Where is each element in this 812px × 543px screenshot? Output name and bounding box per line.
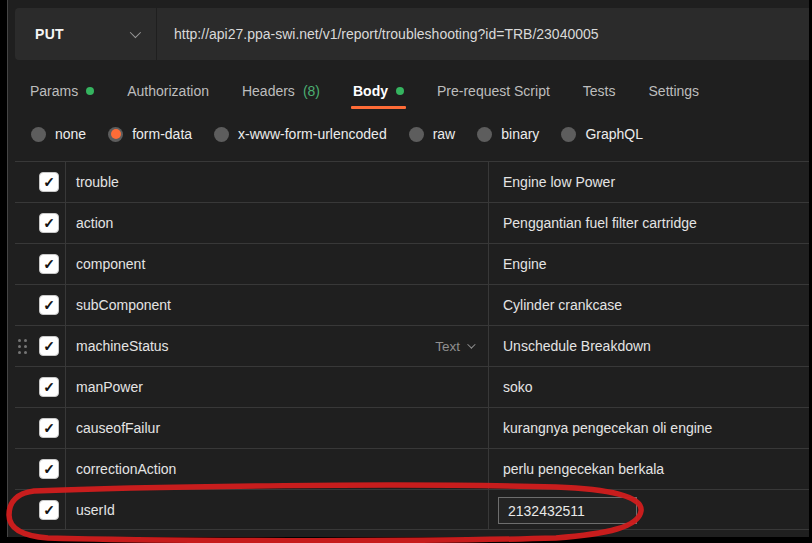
tab-label: Settings xyxy=(649,83,700,99)
table-row-machinestatus: ✓ machineStatus Text Unschedule Breakdow… xyxy=(15,325,809,366)
value-cell[interactable]: Engine xyxy=(503,244,547,284)
chevron-down-icon xyxy=(130,27,141,38)
key-cell[interactable]: component xyxy=(76,244,145,284)
tab-label: Tests xyxy=(583,83,616,99)
mode-label: x-www-form-urlencoded xyxy=(238,126,387,142)
mode-graphql[interactable]: GraphQL xyxy=(561,126,643,142)
request-tabs: Params Authorization Headers (8) Body Pr… xyxy=(15,72,809,110)
body-mode-selector: none form-data x-www-form-urlencoded raw… xyxy=(15,118,809,150)
method-label: PUT xyxy=(35,26,64,42)
method-select[interactable]: PUT xyxy=(15,8,156,60)
radio-icon xyxy=(214,127,229,142)
tab-label: Pre-request Script xyxy=(437,83,550,99)
tab-label: Headers xyxy=(242,83,295,99)
tab-headers[interactable]: Headers (8) xyxy=(242,72,320,110)
mode-label: form-data xyxy=(132,126,192,142)
key-cell[interactable]: subComponent xyxy=(76,285,171,325)
value-cell[interactable]: Engine low Power xyxy=(503,162,615,202)
value-input[interactable]: 2132432511 xyxy=(498,497,637,524)
tab-settings[interactable]: Settings xyxy=(649,72,700,110)
value-cell[interactable]: Cylinder crankcase xyxy=(503,285,622,325)
tab-label: Body xyxy=(353,83,388,99)
radio-selected-icon xyxy=(108,127,123,142)
value-cell[interactable]: Unschedule Breakdown xyxy=(503,326,651,366)
table-row-trouble: ✓ trouble Engine low Power xyxy=(15,161,809,202)
request-bar: PUT http://api27.ppa-swi.net/v1/report/t… xyxy=(15,8,809,60)
row-checkbox[interactable]: ✓ xyxy=(39,213,59,233)
row-checkbox[interactable]: ✓ xyxy=(39,459,59,479)
key-cell[interactable]: manPower xyxy=(76,367,143,407)
key-cell[interactable]: trouble xyxy=(76,162,119,202)
row-checkbox[interactable]: ✓ xyxy=(39,377,59,397)
mode-x-www-form-urlencoded[interactable]: x-www-form-urlencoded xyxy=(214,126,387,142)
radio-icon xyxy=(477,127,492,142)
radio-icon xyxy=(561,127,576,142)
headers-count-badge: (8) xyxy=(303,83,320,99)
value-cell[interactable]: Penggantian fuel filter cartridge xyxy=(503,203,697,243)
tab-params[interactable]: Params xyxy=(30,72,94,110)
table-row-userid: ✓ userId 2132432511 xyxy=(15,489,809,530)
mode-label: GraphQL xyxy=(585,126,643,142)
radio-icon xyxy=(31,127,46,142)
tab-body[interactable]: Body xyxy=(353,72,404,110)
key-cell[interactable]: machineStatus xyxy=(76,326,169,366)
tab-label: Params xyxy=(30,83,78,99)
modified-dot-icon xyxy=(396,87,404,95)
mode-binary[interactable]: binary xyxy=(477,126,539,142)
tab-tests[interactable]: Tests xyxy=(583,72,616,110)
row-checkbox[interactable]: ✓ xyxy=(39,336,59,356)
key-cell[interactable]: action xyxy=(76,203,113,243)
tab-pre-request-script[interactable]: Pre-request Script xyxy=(437,72,550,110)
tab-authorization[interactable]: Authorization xyxy=(127,72,209,110)
app-window: PUT http://api27.ppa-swi.net/v1/report/t… xyxy=(0,0,812,543)
drag-handle-icon[interactable] xyxy=(18,339,27,354)
table-row-subcomponent: ✓ subComponent Cylinder crankcase xyxy=(15,284,809,325)
value-cell[interactable]: perlu pengecekan berkala xyxy=(503,449,664,489)
mode-none[interactable]: none xyxy=(31,126,86,142)
value-cell[interactable]: kurangnya pengecekan oli engine xyxy=(503,408,712,448)
chevron-down-icon xyxy=(467,340,475,348)
tab-label: Authorization xyxy=(127,83,209,99)
mode-label: raw xyxy=(433,126,456,142)
modified-dot-icon xyxy=(86,87,94,95)
key-cell[interactable]: correctionAction xyxy=(76,449,176,489)
row-checkbox[interactable]: ✓ xyxy=(39,500,59,520)
table-row-component: ✓ component Engine xyxy=(15,243,809,284)
row-checkbox[interactable]: ✓ xyxy=(39,254,59,274)
value-cell[interactable]: soko xyxy=(503,367,533,407)
table-row-correctionaction: ✓ correctionAction perlu pengecekan berk… xyxy=(15,448,809,489)
radio-icon xyxy=(409,127,424,142)
request-panel: PUT http://api27.ppa-swi.net/v1/report/t… xyxy=(7,0,809,537)
table-row-action: ✓ action Penggantian fuel filter cartrid… xyxy=(15,202,809,243)
mode-form-data[interactable]: form-data xyxy=(108,126,192,142)
mode-label: none xyxy=(55,126,86,142)
mode-raw[interactable]: raw xyxy=(409,126,456,142)
url-input[interactable]: http://api27.ppa-swi.net/v1/report/troub… xyxy=(157,8,809,60)
table-row-manpower: ✓ manPower soko xyxy=(15,366,809,407)
row-checkbox[interactable]: ✓ xyxy=(39,172,59,192)
key-cell[interactable]: userId xyxy=(76,490,115,529)
row-checkbox[interactable]: ✓ xyxy=(39,418,59,438)
table-row-causeoffailur: ✓ causeofFailur kurangnya pengecekan oli… xyxy=(15,407,809,448)
value-type-label: Text xyxy=(435,339,460,354)
row-checkbox[interactable]: ✓ xyxy=(39,295,59,315)
form-data-table: ✓ trouble Engine low Power ✓ action Peng… xyxy=(15,161,809,531)
mode-label: binary xyxy=(501,126,539,142)
value-type-select[interactable]: Text xyxy=(435,326,473,366)
key-cell[interactable]: causeofFailur xyxy=(76,408,160,448)
